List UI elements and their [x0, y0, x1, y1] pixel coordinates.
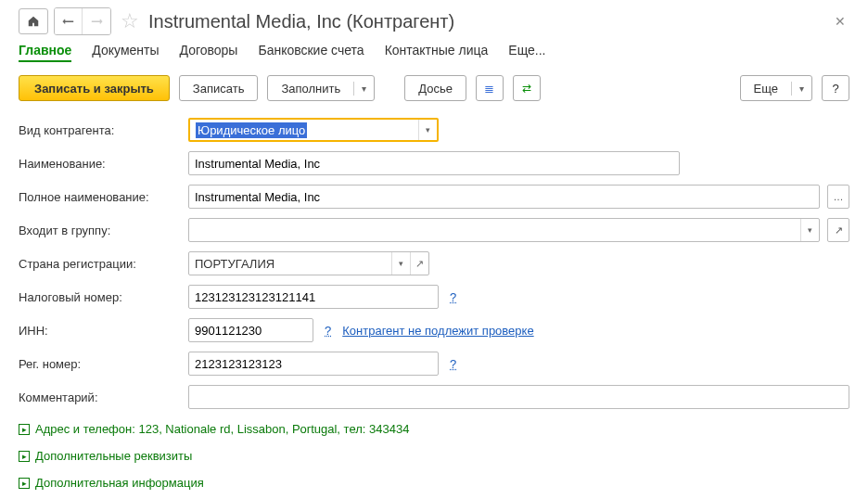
label-type: Вид контрагента: [19, 123, 181, 137]
expander-address[interactable]: ▸ Адрес и телефон: 123, Nationale rd, Li… [19, 422, 849, 436]
tab-documents[interactable]: Документы [92, 43, 159, 62]
save-button[interactable]: Записать [179, 75, 259, 101]
chevron-down-icon[interactable]: ▾ [800, 219, 819, 241]
comment-input[interactable] [188, 385, 849, 409]
group-value [189, 219, 800, 241]
group-open-button[interactable]: ↗ [827, 218, 849, 242]
label-name: Наименование: [19, 157, 181, 171]
tab-main[interactable]: Главное [19, 43, 71, 62]
inn-check-link[interactable]: Контрагент не подлежит проверке [342, 324, 533, 338]
home-button[interactable] [19, 8, 48, 34]
tab-contacts[interactable]: Контактные лица [385, 43, 489, 62]
list-icon: ≣ [484, 82, 494, 96]
group-select[interactable]: ▾ [188, 218, 820, 242]
list-button[interactable]: ≣ [476, 75, 504, 101]
tax-no-input[interactable] [188, 285, 439, 309]
more-label: Еще [741, 82, 792, 96]
tax-no-help[interactable]: ? [446, 290, 460, 304]
dossier-button[interactable]: Досье [404, 75, 466, 101]
help-button[interactable]: ? [822, 75, 849, 101]
reg-no-help[interactable]: ? [446, 357, 460, 371]
tabs: Главное Документы Договоры Банковские сч… [19, 43, 849, 62]
label-tax-no: Налоговый номер: [19, 290, 181, 304]
country-select[interactable]: ПОРТУГАЛИЯ ▾ ↗ [188, 251, 429, 275]
full-name-ellipsis-button[interactable]: … [827, 185, 849, 209]
refresh-icon: ⇄ [522, 82, 531, 95]
fill-button[interactable]: Заполнить ▾ [267, 75, 375, 101]
label-comment: Комментарий: [19, 390, 181, 404]
name-input[interactable] [188, 151, 680, 175]
home-icon [27, 15, 40, 28]
expander-extra-req-label: Дополнительные реквизиты [35, 449, 192, 463]
expander-extra-info[interactable]: ▸ Дополнительная информация [19, 476, 849, 490]
nav-history: 🠔 🠖 [54, 7, 111, 35]
save-and-close-button[interactable]: Записать и закрыть [19, 75, 170, 101]
form: Вид контрагента: Юридическое лицо ▾ Наим… [19, 118, 849, 490]
page-title: Instrumental Media, Inc (Контрагент) [148, 11, 454, 32]
inn-help[interactable]: ? [321, 324, 335, 338]
chevron-down-icon: ▾ [792, 83, 811, 94]
label-country: Страна регистрации: [19, 257, 181, 271]
forward-button[interactable]: 🠖 [83, 8, 110, 34]
country-value: ПОРТУГАЛИЯ [189, 252, 391, 275]
tab-bank-accounts[interactable]: Банковские счета [258, 43, 364, 62]
back-button[interactable]: 🠔 [55, 8, 83, 34]
type-value: Юридическое лицо [196, 122, 307, 138]
chevron-down-icon[interactable]: ▾ [391, 252, 410, 275]
type-select[interactable]: Юридическое лицо ▾ [188, 118, 439, 142]
tab-more[interactable]: Еще... [508, 43, 545, 62]
arrow-left-icon: 🠔 [62, 15, 74, 29]
favorite-star-icon[interactable]: ☆ [121, 9, 139, 33]
arrow-right-icon: 🠖 [91, 15, 103, 29]
more-button[interactable]: Еще ▾ [740, 75, 812, 101]
reg-no-input[interactable] [188, 352, 439, 376]
inn-input[interactable] [188, 318, 313, 342]
refresh-button[interactable]: ⇄ [513, 75, 541, 101]
label-full-name: Полное наименование: [19, 190, 181, 204]
expander-extra-info-label: Дополнительная информация [35, 476, 204, 490]
toolbar: Записать и закрыть Записать Заполнить ▾ … [19, 75, 849, 101]
expander-extra-req[interactable]: ▸ Дополнительные реквизиты [19, 449, 849, 463]
chevron-down-icon: ▾ [354, 83, 374, 94]
close-icon[interactable]: ✕ [831, 10, 849, 32]
expand-arrow-icon: ▸ [19, 451, 30, 462]
expander-address-label: Адрес и телефон: 123, Nationale rd, Liss… [35, 422, 409, 436]
expand-arrow-icon: ▸ [19, 478, 30, 489]
tab-contracts[interactable]: Договоры [180, 43, 238, 62]
expand-arrow-icon: ▸ [19, 424, 30, 435]
label-inn: ИНН: [19, 324, 181, 338]
label-reg-no: Рег. номер: [19, 357, 181, 371]
chevron-down-icon[interactable]: ▾ [418, 120, 437, 140]
fill-label: Заполнить [268, 82, 354, 96]
country-open-icon[interactable]: ↗ [410, 252, 428, 275]
full-name-input[interactable] [188, 185, 820, 209]
label-group: Входит в группу: [19, 224, 181, 237]
